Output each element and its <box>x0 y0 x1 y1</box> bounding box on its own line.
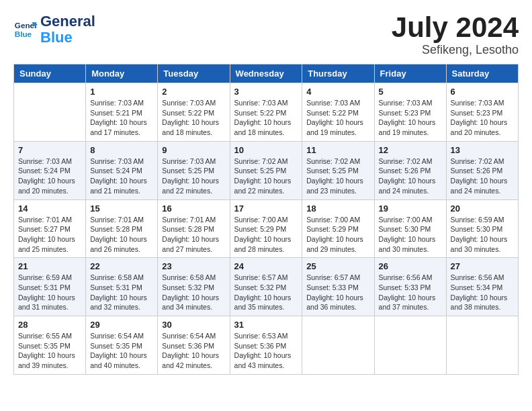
day-info: Sunrise: 7:01 AMSunset: 5:28 PMDaylight:… <box>90 215 153 255</box>
day-info: Sunrise: 7:02 AMSunset: 5:26 PMDaylight:… <box>451 156 514 196</box>
day-number: 14 <box>18 203 81 214</box>
calendar-cell: 3Sunrise: 7:03 AMSunset: 5:22 PMDaylight… <box>230 83 302 142</box>
day-info: Sunrise: 7:03 AMSunset: 5:22 PMDaylight:… <box>234 98 298 138</box>
day-number: 2 <box>162 87 225 97</box>
day-info: Sunrise: 7:02 AMSunset: 5:25 PMDaylight:… <box>306 156 369 196</box>
day-number: 4 <box>306 87 369 97</box>
day-number: 23 <box>162 261 225 271</box>
col-sunday: Sunday <box>14 64 86 83</box>
calendar-cell: 27Sunrise: 6:56 AMSunset: 5:34 PMDayligh… <box>446 258 518 316</box>
calendar-week-row: 14Sunrise: 7:01 AMSunset: 5:27 PMDayligh… <box>14 199 519 258</box>
day-number: 3 <box>234 87 298 97</box>
col-thursday: Thursday <box>302 64 374 83</box>
calendar-cell: 25Sunrise: 6:57 AMSunset: 5:33 PMDayligh… <box>302 258 374 316</box>
day-info: Sunrise: 6:56 AMSunset: 5:33 PMDaylight:… <box>379 273 442 312</box>
day-info: Sunrise: 7:02 AMSunset: 5:25 PMDaylight:… <box>234 156 298 196</box>
location-title: Sefikeng, Lesotho <box>392 43 519 57</box>
day-info: Sunrise: 6:54 AMSunset: 5:36 PMDaylight:… <box>162 331 225 371</box>
calendar-cell: 14Sunrise: 7:01 AMSunset: 5:27 PMDayligh… <box>14 199 86 258</box>
day-number: 16 <box>162 203 225 214</box>
day-info: Sunrise: 7:01 AMSunset: 5:28 PMDaylight:… <box>162 215 225 255</box>
logo: General Blue General Blue <box>13 13 95 46</box>
day-info: Sunrise: 7:00 AMSunset: 5:29 PMDaylight:… <box>234 215 298 255</box>
calendar-cell: 11Sunrise: 7:02 AMSunset: 5:25 PMDayligh… <box>302 141 374 199</box>
calendar-cell: 16Sunrise: 7:01 AMSunset: 5:28 PMDayligh… <box>158 199 230 258</box>
day-info: Sunrise: 6:57 AMSunset: 5:33 PMDaylight:… <box>306 273 369 312</box>
day-info: Sunrise: 6:56 AMSunset: 5:34 PMDaylight:… <box>451 273 514 312</box>
day-number: 7 <box>18 145 81 155</box>
day-info: Sunrise: 6:55 AMSunset: 5:35 PMDaylight:… <box>18 331 81 371</box>
col-friday: Friday <box>374 64 446 83</box>
col-tuesday: Tuesday <box>158 64 230 83</box>
calendar-cell: 9Sunrise: 7:03 AMSunset: 5:25 PMDaylight… <box>158 141 230 199</box>
col-monday: Monday <box>86 64 158 83</box>
day-info: Sunrise: 6:58 AMSunset: 5:31 PMDaylight:… <box>90 273 153 312</box>
day-info: Sunrise: 6:59 AMSunset: 5:30 PMDaylight:… <box>451 215 514 255</box>
day-number: 25 <box>306 261 369 271</box>
calendar-cell: 18Sunrise: 7:00 AMSunset: 5:29 PMDayligh… <box>302 199 374 258</box>
calendar-cell: 4Sunrise: 7:03 AMSunset: 5:22 PMDaylight… <box>302 83 374 142</box>
day-number: 10 <box>234 145 298 155</box>
calendar-cell: 2Sunrise: 7:03 AMSunset: 5:22 PMDaylight… <box>158 83 230 142</box>
day-number: 21 <box>18 261 81 271</box>
calendar-cell: 22Sunrise: 6:58 AMSunset: 5:31 PMDayligh… <box>86 258 158 316</box>
day-number: 1 <box>90 87 153 97</box>
day-number: 9 <box>162 145 225 155</box>
day-number: 5 <box>379 87 442 97</box>
day-number: 11 <box>306 145 369 155</box>
day-number: 8 <box>90 145 153 155</box>
col-wednesday: Wednesday <box>230 64 302 83</box>
calendar-cell <box>446 316 518 375</box>
day-info: Sunrise: 6:59 AMSunset: 5:31 PMDaylight:… <box>18 273 81 312</box>
day-number: 13 <box>451 145 514 155</box>
calendar-cell: 10Sunrise: 7:02 AMSunset: 5:25 PMDayligh… <box>230 141 302 199</box>
day-info: Sunrise: 6:57 AMSunset: 5:32 PMDaylight:… <box>234 273 298 312</box>
day-info: Sunrise: 6:58 AMSunset: 5:32 PMDaylight:… <box>162 273 225 312</box>
logo-text-general: General <box>40 13 95 30</box>
day-info: Sunrise: 6:54 AMSunset: 5:35 PMDaylight:… <box>90 331 153 371</box>
day-number: 6 <box>451 87 514 97</box>
page-header: General Blue General Blue July 2024 Sefi… <box>13 13 519 57</box>
calendar-week-row: 7Sunrise: 7:03 AMSunset: 5:24 PMDaylight… <box>14 141 519 199</box>
calendar-cell: 6Sunrise: 7:03 AMSunset: 5:23 PMDaylight… <box>446 83 518 142</box>
calendar-cell: 30Sunrise: 6:54 AMSunset: 5:36 PMDayligh… <box>158 316 230 375</box>
calendar-week-row: 28Sunrise: 6:55 AMSunset: 5:35 PMDayligh… <box>14 316 519 375</box>
col-saturday: Saturday <box>446 64 518 83</box>
calendar-header-row: Sunday Monday Tuesday Wednesday Thursday… <box>14 64 519 83</box>
calendar-cell: 23Sunrise: 6:58 AMSunset: 5:32 PMDayligh… <box>158 258 230 316</box>
calendar-cell: 21Sunrise: 6:59 AMSunset: 5:31 PMDayligh… <box>14 258 86 316</box>
calendar-cell: 15Sunrise: 7:01 AMSunset: 5:28 PMDayligh… <box>86 199 158 258</box>
calendar-cell: 1Sunrise: 7:03 AMSunset: 5:21 PMDaylight… <box>86 83 158 142</box>
day-info: Sunrise: 7:03 AMSunset: 5:23 PMDaylight:… <box>451 98 514 138</box>
calendar-cell: 31Sunrise: 6:53 AMSunset: 5:36 PMDayligh… <box>230 316 302 375</box>
day-info: Sunrise: 7:03 AMSunset: 5:24 PMDaylight:… <box>18 156 81 196</box>
day-number: 18 <box>306 203 369 214</box>
calendar-cell <box>374 316 446 375</box>
day-number: 15 <box>90 203 153 214</box>
day-info: Sunrise: 7:02 AMSunset: 5:26 PMDaylight:… <box>379 156 442 196</box>
day-info: Sunrise: 7:03 AMSunset: 5:21 PMDaylight:… <box>90 98 153 138</box>
calendar-cell: 20Sunrise: 6:59 AMSunset: 5:30 PMDayligh… <box>446 199 518 258</box>
logo-text-blue: Blue <box>40 30 95 46</box>
calendar-cell: 8Sunrise: 7:03 AMSunset: 5:24 PMDaylight… <box>86 141 158 199</box>
svg-text:Blue: Blue <box>15 30 32 38</box>
day-info: Sunrise: 7:03 AMSunset: 5:22 PMDaylight:… <box>162 98 225 138</box>
day-info: Sunrise: 7:00 AMSunset: 5:30 PMDaylight:… <box>379 215 442 255</box>
logo-icon: General Blue <box>13 17 38 42</box>
day-info: Sunrise: 7:03 AMSunset: 5:25 PMDaylight:… <box>162 156 225 196</box>
day-number: 24 <box>234 261 298 271</box>
day-info: Sunrise: 6:53 AMSunset: 5:36 PMDaylight:… <box>234 331 298 371</box>
day-info: Sunrise: 7:03 AMSunset: 5:24 PMDaylight:… <box>90 156 153 196</box>
day-number: 20 <box>451 203 514 214</box>
calendar-cell <box>302 316 374 375</box>
day-info: Sunrise: 7:00 AMSunset: 5:29 PMDaylight:… <box>306 215 369 255</box>
day-number: 29 <box>90 320 153 330</box>
calendar-week-row: 1Sunrise: 7:03 AMSunset: 5:21 PMDaylight… <box>14 83 519 142</box>
day-number: 12 <box>379 145 442 155</box>
day-number: 31 <box>234 320 298 330</box>
day-number: 30 <box>162 320 225 330</box>
calendar-cell: 5Sunrise: 7:03 AMSunset: 5:23 PMDaylight… <box>374 83 446 142</box>
calendar-cell: 19Sunrise: 7:00 AMSunset: 5:30 PMDayligh… <box>374 199 446 258</box>
calendar-cell: 7Sunrise: 7:03 AMSunset: 5:24 PMDaylight… <box>14 141 86 199</box>
calendar-cell: 13Sunrise: 7:02 AMSunset: 5:26 PMDayligh… <box>446 141 518 199</box>
